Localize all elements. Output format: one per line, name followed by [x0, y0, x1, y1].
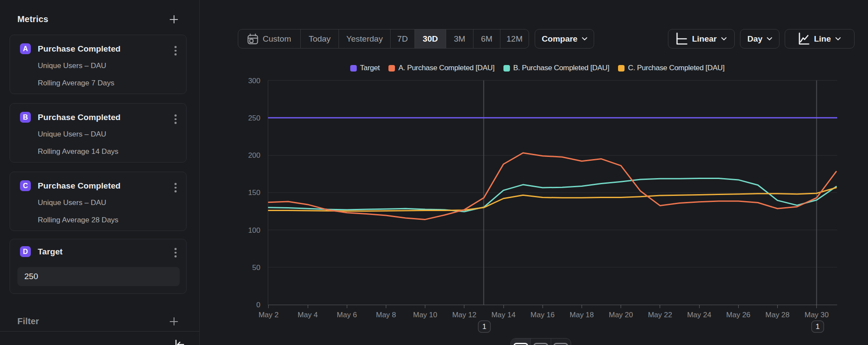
- svg-text:0: 0: [256, 301, 260, 309]
- svg-text:250: 250: [248, 114, 260, 122]
- svg-text:150: 150: [248, 189, 260, 197]
- svg-text:1: 1: [482, 322, 486, 331]
- svg-text:May 6: May 6: [337, 311, 357, 319]
- svg-text:May 14: May 14: [491, 311, 516, 319]
- svg-text:200: 200: [248, 151, 260, 159]
- svg-text:May 28: May 28: [766, 311, 790, 319]
- svg-text:50: 50: [252, 264, 260, 272]
- svg-text:May 20: May 20: [609, 311, 633, 319]
- svg-text:May 30: May 30: [805, 311, 829, 319]
- svg-text:May 22: May 22: [648, 311, 672, 319]
- svg-text:300: 300: [248, 77, 260, 85]
- svg-text:May 16: May 16: [530, 311, 555, 319]
- svg-text:May 10: May 10: [413, 311, 437, 319]
- svg-text:May 24: May 24: [687, 311, 711, 319]
- svg-text:1: 1: [815, 322, 819, 331]
- svg-text:May 18: May 18: [570, 311, 594, 319]
- svg-text:100: 100: [248, 226, 260, 234]
- svg-text:May 2: May 2: [259, 311, 279, 319]
- svg-text:May 8: May 8: [376, 311, 396, 319]
- svg-text:May 4: May 4: [298, 311, 318, 319]
- svg-text:May 12: May 12: [452, 311, 477, 319]
- svg-text:May 26: May 26: [726, 311, 750, 319]
